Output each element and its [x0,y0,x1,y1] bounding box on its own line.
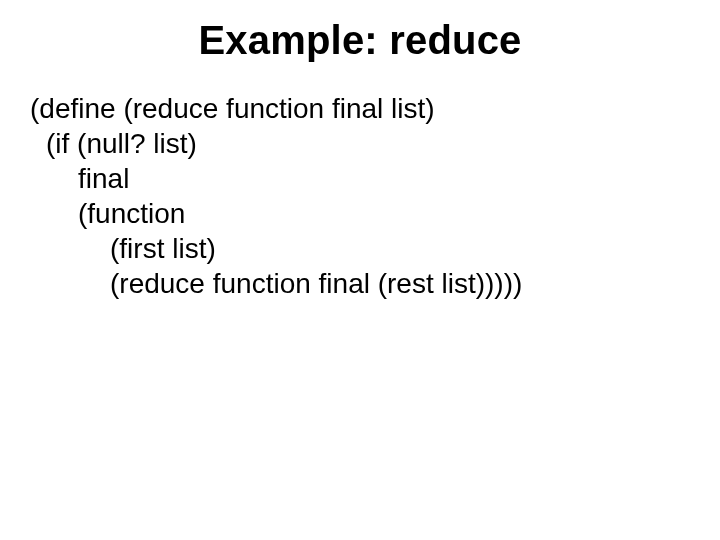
code-line-5: (first list) [30,231,690,266]
code-line-4: (function [30,196,690,231]
code-line-3: final [30,161,690,196]
code-block: (define (reduce function final list) (if… [30,91,690,301]
code-line-1: (define (reduce function final list) [30,91,690,126]
slide-title: Example: reduce [30,18,690,63]
slide: Example: reduce (define (reduce function… [0,0,720,540]
code-line-2: (if (null? list) [30,126,690,161]
code-line-6: (reduce function final (rest list))))) [30,266,690,301]
